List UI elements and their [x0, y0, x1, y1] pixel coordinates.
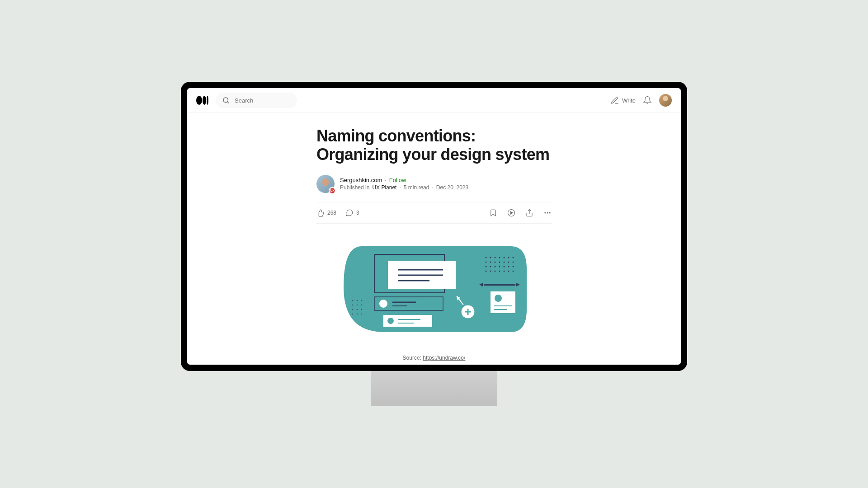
- write-label: Write: [622, 97, 636, 104]
- svg-point-49: [495, 270, 496, 272]
- svg-point-40: [486, 266, 487, 267]
- svg-point-54: [352, 300, 354, 301]
- bell-icon: [643, 96, 652, 105]
- svg-point-65: [361, 313, 363, 314]
- screen: Write Naming conventions: Organizing you…: [187, 88, 681, 365]
- article: Naming conventions: Organizing your desi…: [316, 127, 552, 365]
- search-icon: [222, 96, 230, 104]
- svg-point-7: [549, 212, 551, 213]
- svg-point-59: [361, 304, 363, 305]
- bookmark-button[interactable]: [489, 209, 497, 217]
- svg-point-63: [352, 313, 354, 314]
- svg-point-5: [544, 212, 546, 213]
- source-link[interactable]: https://undraw.co/: [423, 355, 465, 361]
- article-title: Naming conventions: Organizing your desi…: [316, 127, 552, 164]
- clap-count: 268: [327, 210, 336, 216]
- bookmark-icon: [489, 209, 497, 217]
- svg-point-27: [490, 257, 491, 258]
- read-time: 5 min read: [404, 184, 429, 191]
- monitor-stand: [371, 370, 497, 406]
- search-input[interactable]: [235, 97, 291, 104]
- svg-point-36: [499, 261, 500, 263]
- write-icon: [610, 96, 619, 105]
- share-button[interactable]: [525, 209, 533, 217]
- published-in-prefix: Published in: [340, 184, 369, 191]
- svg-point-37: [504, 261, 505, 263]
- svg-point-43: [499, 266, 500, 267]
- svg-point-47: [486, 270, 487, 272]
- publication-link[interactable]: UX Planet: [372, 184, 396, 191]
- svg-point-52: [508, 270, 509, 272]
- clap-button[interactable]: 268: [316, 209, 336, 217]
- svg-point-56: [361, 300, 363, 301]
- comment-icon: [345, 209, 354, 217]
- svg-point-55: [357, 300, 358, 301]
- play-icon: [507, 209, 515, 217]
- svg-point-0: [223, 98, 228, 103]
- hero-image: [339, 242, 529, 337]
- listen-button[interactable]: [507, 209, 515, 217]
- svg-point-53: [513, 270, 514, 272]
- svg-point-58: [357, 304, 358, 305]
- monitor-frame: Write Naming conventions: Organizing you…: [181, 82, 687, 371]
- svg-point-41: [490, 266, 491, 267]
- user-avatar[interactable]: [659, 94, 672, 107]
- search-box[interactable]: [216, 93, 297, 108]
- svg-point-14: [379, 300, 387, 308]
- svg-point-33: [486, 261, 487, 263]
- publish-date: Dec 20, 2023: [436, 184, 468, 191]
- engagement-bar: 268 3: [316, 202, 552, 224]
- svg-point-57: [352, 304, 354, 305]
- svg-point-50: [499, 270, 500, 272]
- svg-line-1: [227, 102, 229, 103]
- write-button[interactable]: Write: [610, 96, 636, 105]
- follow-button[interactable]: Follow: [389, 177, 406, 183]
- source-prefix: Source:: [403, 355, 423, 361]
- svg-point-45: [508, 266, 509, 267]
- svg-point-60: [352, 309, 354, 310]
- clap-icon: [316, 209, 325, 217]
- svg-point-35: [495, 261, 496, 263]
- svg-point-18: [387, 318, 394, 324]
- svg-point-48: [490, 270, 491, 272]
- svg-point-62: [361, 309, 363, 310]
- more-icon: [543, 209, 552, 217]
- header: Write: [187, 88, 681, 113]
- image-caption: Source: https://undraw.co/: [316, 355, 552, 365]
- svg-marker-3: [511, 211, 513, 214]
- notifications-button[interactable]: [643, 96, 652, 105]
- comment-button[interactable]: 3: [345, 209, 359, 217]
- byline: UX Sergushkin.com · Follow Published in …: [316, 175, 552, 193]
- svg-point-31: [508, 257, 509, 258]
- svg-point-34: [490, 261, 491, 263]
- svg-point-38: [508, 261, 509, 263]
- svg-point-51: [504, 270, 505, 272]
- comment-count: 3: [356, 210, 359, 216]
- author-avatar[interactable]: UX: [316, 175, 335, 193]
- svg-point-26: [486, 257, 487, 258]
- svg-point-6: [547, 212, 548, 213]
- main-content: Naming conventions: Organizing your desi…: [187, 113, 681, 365]
- svg-point-42: [495, 266, 496, 267]
- svg-point-32: [513, 257, 514, 258]
- svg-point-29: [499, 257, 500, 258]
- author-name[interactable]: Sergushkin.com: [340, 177, 382, 183]
- svg-point-61: [357, 309, 358, 310]
- share-icon: [525, 209, 533, 217]
- svg-point-46: [513, 266, 514, 267]
- medium-logo[interactable]: [196, 96, 208, 105]
- svg-point-44: [504, 266, 505, 267]
- publication-badge: UX: [329, 187, 336, 194]
- more-button[interactable]: [543, 209, 552, 217]
- svg-point-70: [495, 295, 502, 302]
- svg-point-28: [495, 257, 496, 258]
- svg-point-30: [504, 257, 505, 258]
- svg-point-39: [513, 261, 514, 263]
- svg-point-64: [357, 313, 358, 314]
